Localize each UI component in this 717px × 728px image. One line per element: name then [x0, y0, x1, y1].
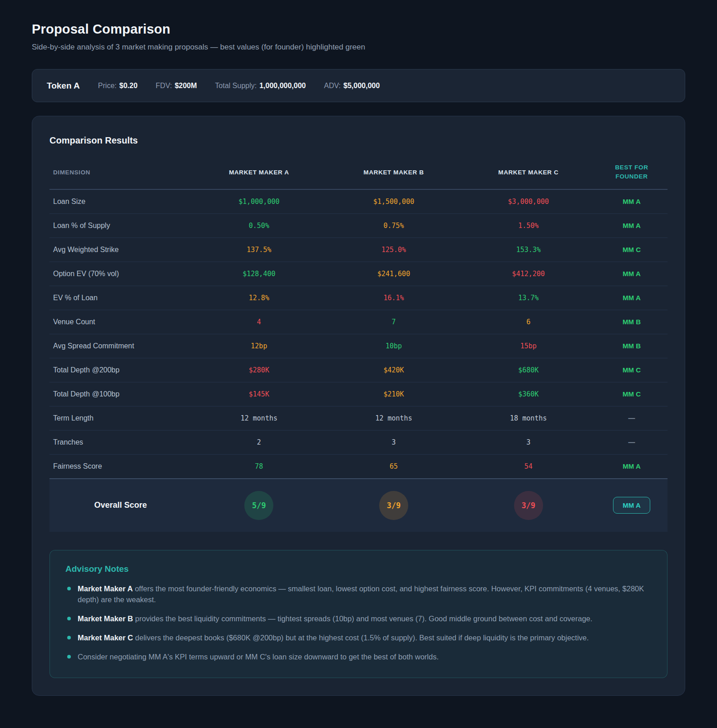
- overall-score-row: Overall Score5/93/93/9MM A: [49, 479, 668, 532]
- best-for-founder-cell: MM A: [596, 262, 668, 286]
- value-cell-mm-c: 6: [461, 310, 596, 334]
- value-cell-mm-a: 12bp: [192, 334, 326, 358]
- value-cell-mm-a: 2: [192, 430, 326, 454]
- table-row: Fairness Score786554MM A: [49, 454, 668, 479]
- column-header-mm-c: MARKET MAKER C: [461, 158, 596, 189]
- token-stat-fdv: FDV:$200M: [156, 82, 197, 90]
- stat-label: Total Supply:: [215, 82, 257, 89]
- advisory-note-item: Market Maker C delivers the deepest book…: [65, 632, 652, 644]
- page-subtitle: Side-by-side analysis of 3 market making…: [32, 43, 685, 52]
- overall-score-cell-mm-a: 5/9: [192, 479, 326, 532]
- comparison-card: Comparison Results DIMENSION MARKET MAKE…: [32, 116, 685, 696]
- dimension-label: Avg Weighted Strike: [49, 238, 192, 262]
- value-cell-mm-a: 137.5%: [192, 238, 326, 262]
- best-for-founder-cell: MM A: [596, 454, 668, 479]
- best-for-founder-cell: —: [596, 406, 668, 430]
- overall-score-cell-mm-b: 3/9: [326, 479, 461, 532]
- dimension-label: Loan % of Supply: [49, 213, 192, 238]
- value-cell-mm-b: $1,500,000: [326, 189, 461, 214]
- dimension-label: Loan Size: [49, 189, 192, 214]
- value-cell-mm-b: 10bp: [326, 334, 461, 358]
- dimension-label: Avg Spread Commitment: [49, 334, 192, 358]
- token-info-bar: Token A Price:$0.20 FDV:$200M Total Supp…: [32, 69, 685, 102]
- advisory-note-item: Consider negotiating MM A's KPI terms up…: [65, 651, 652, 663]
- advisory-note-subject: Market Maker C: [78, 634, 133, 642]
- advisory-note-subject: Market Maker A: [78, 584, 133, 593]
- table-row: Loan % of Supply0.50%0.75%1.50%MM A: [49, 213, 668, 238]
- best-for-founder-cell: —: [596, 430, 668, 454]
- token-stat-price: Price:$0.20: [98, 82, 138, 90]
- value-cell-mm-c: $412,200: [461, 262, 596, 286]
- advisory-notes-panel: Advisory Notes Market Maker A offers the…: [49, 550, 668, 678]
- stat-value: $200M: [175, 82, 197, 89]
- stat-label: Price:: [98, 82, 117, 89]
- table-row: EV % of Loan12.8%16.1%13.7%MM A: [49, 286, 668, 310]
- section-title: Comparison Results: [49, 135, 668, 146]
- value-cell-mm-c: $360K: [461, 382, 596, 406]
- dimension-label: Option EV (70% vol): [49, 262, 192, 286]
- dimension-label: Fairness Score: [49, 454, 192, 479]
- advisory-note-item: Market Maker A offers the most founder-f…: [65, 583, 652, 606]
- column-header-best-label: BEST FOR FOUNDER: [606, 163, 657, 182]
- value-cell-mm-a: $128,400: [192, 262, 326, 286]
- page-title: Proposal Comparison: [32, 22, 685, 37]
- value-cell-mm-b: 65: [326, 454, 461, 479]
- overall-best-cell: MM A: [596, 479, 668, 532]
- overall-winner-badge: MM A: [613, 497, 650, 514]
- dimension-label: Venue Count: [49, 310, 192, 334]
- value-cell-mm-b: 16.1%: [326, 286, 461, 310]
- dimension-label: Total Depth @200bp: [49, 358, 192, 382]
- overall-score-cell-mm-c: 3/9: [461, 479, 596, 532]
- value-cell-mm-a: 12 months: [192, 406, 326, 430]
- value-cell-mm-a: 0.50%: [192, 213, 326, 238]
- table-row: Option EV (70% vol)$128,400$241,600$412,…: [49, 262, 668, 286]
- value-cell-mm-a: 78: [192, 454, 326, 479]
- token-name: Token A: [47, 81, 80, 91]
- overall-score-badge: 5/9: [244, 491, 273, 520]
- value-cell-mm-b: 12 months: [326, 406, 461, 430]
- value-cell-mm-a: 4: [192, 310, 326, 334]
- best-for-founder-cell: MM C: [596, 238, 668, 262]
- value-cell-mm-c: 3: [461, 430, 596, 454]
- value-cell-mm-c: 54: [461, 454, 596, 479]
- advisory-note-item: Market Maker B provides the best liquidi…: [65, 613, 652, 624]
- value-cell-mm-a: $280K: [192, 358, 326, 382]
- best-for-founder-cell: MM B: [596, 310, 668, 334]
- best-for-founder-cell: MM B: [596, 334, 668, 358]
- advisory-note-subject: Market Maker B: [78, 614, 133, 623]
- value-cell-mm-c: 13.7%: [461, 286, 596, 310]
- column-header-mm-a: MARKET MAKER A: [192, 158, 326, 189]
- page: Proposal Comparison Side-by-side analysi…: [0, 0, 717, 723]
- best-for-founder-cell: MM A: [596, 286, 668, 310]
- advisory-notes-list: Market Maker A offers the most founder-f…: [65, 583, 652, 663]
- best-for-founder-cell: MM C: [596, 358, 668, 382]
- value-cell-mm-b: $210K: [326, 382, 461, 406]
- value-cell-mm-b: $241,600: [326, 262, 461, 286]
- value-cell-mm-c: 1.50%: [461, 213, 596, 238]
- value-cell-mm-c: 18 months: [461, 406, 596, 430]
- stat-value: 1,000,000,000: [259, 82, 306, 89]
- stat-value: $0.20: [119, 82, 138, 89]
- dimension-label: Tranches: [49, 430, 192, 454]
- token-stat-adv: ADV:$5,000,000: [324, 82, 380, 90]
- table-row: Total Depth @200bp$280K$420K$680KMM C: [49, 358, 668, 382]
- column-header-mm-b: MARKET MAKER B: [326, 158, 461, 189]
- value-cell-mm-b: 125.0%: [326, 238, 461, 262]
- value-cell-mm-c: 15bp: [461, 334, 596, 358]
- best-for-founder-cell: MM A: [596, 189, 668, 214]
- value-cell-mm-b: 7: [326, 310, 461, 334]
- table-row: Loan Size$1,000,000$1,500,000$3,000,000M…: [49, 189, 668, 214]
- table-row: Avg Spread Commitment12bp10bp15bpMM B: [49, 334, 668, 358]
- dimension-label: Term Length: [49, 406, 192, 430]
- value-cell-mm-a: 12.8%: [192, 286, 326, 310]
- column-header-dimension: DIMENSION: [49, 158, 192, 189]
- value-cell-mm-b: 0.75%: [326, 213, 461, 238]
- overall-score-label: Overall Score: [49, 479, 192, 532]
- table-row: Term Length12 months12 months18 months—: [49, 406, 668, 430]
- comparison-table: DIMENSION MARKET MAKER A MARKET MAKER B …: [49, 158, 668, 532]
- token-stat-supply: Total Supply:1,000,000,000: [215, 82, 306, 90]
- value-cell-mm-a: $1,000,000: [192, 189, 326, 214]
- table-row: Venue Count476MM B: [49, 310, 668, 334]
- column-header-best-for-founder: BEST FOR FOUNDER: [596, 158, 668, 189]
- dimension-label: Total Depth @100bp: [49, 382, 192, 406]
